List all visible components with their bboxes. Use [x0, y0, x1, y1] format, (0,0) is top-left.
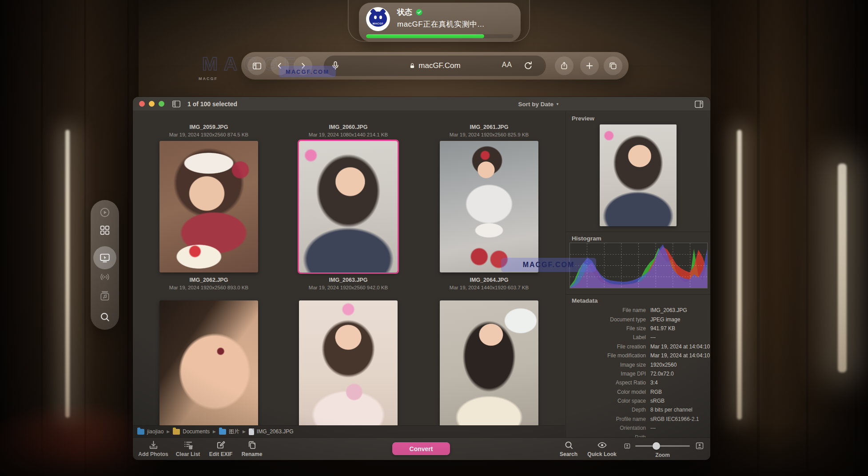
vignette-overlay	[0, 0, 868, 476]
visionos-environment: MACGF MACGF MACGF MACGF 状态 macGF正在真机实测中.…	[0, 0, 868, 476]
